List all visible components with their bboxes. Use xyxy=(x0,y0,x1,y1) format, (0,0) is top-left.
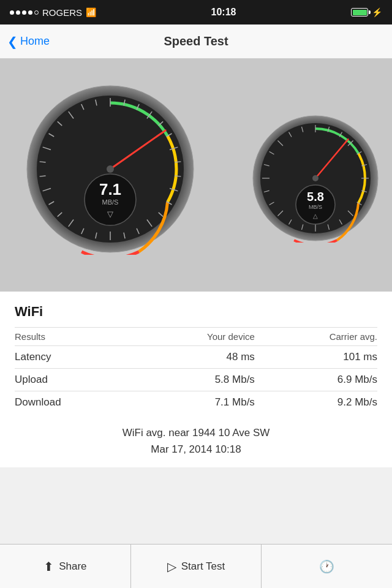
col-header-results: Results xyxy=(15,328,133,346)
cell-device: 7.1 Mb/s xyxy=(133,391,255,414)
table-row: Upload5.8 Mb/s6.9 Mb/s xyxy=(15,369,377,391)
start-label: Start Test xyxy=(181,560,225,573)
download-gauge: 7.1 MB/S ▽ xyxy=(24,83,196,255)
dot-2 xyxy=(16,10,20,15)
status-left: ROGERS 📶 xyxy=(10,7,96,18)
svg-text:△: △ xyxy=(313,213,318,219)
svg-line-10 xyxy=(175,176,181,176)
history-icon: 🕐 xyxy=(319,559,334,574)
network-type-label: WiFi xyxy=(15,304,377,320)
svg-line-9 xyxy=(175,162,181,162)
share-button[interactable]: ⬆ Share xyxy=(0,545,131,588)
table-row: Latency48 ms101 ms xyxy=(15,346,377,369)
share-icon: ⬆ xyxy=(43,559,54,574)
status-right: ⚡ xyxy=(351,7,382,17)
wifi-avg-section: WiFi avg. near 1944 10 Ave SW Mar 17, 20… xyxy=(15,424,377,458)
cell-carrier: 101 ms xyxy=(255,346,377,369)
start-test-button[interactable]: ▷ Start Test xyxy=(131,545,262,588)
cell-carrier: 6.9 Mb/s xyxy=(255,369,377,391)
cell-carrier: 9.2 Mb/s xyxy=(255,391,377,414)
play-icon: ▷ xyxy=(167,559,176,574)
svg-text:MB/S: MB/S xyxy=(309,204,322,210)
col-header-carrier: Carrier avg. xyxy=(255,328,377,346)
battery-icon xyxy=(351,8,368,17)
cell-metric: Latency xyxy=(15,346,133,369)
page-title: Speed Test xyxy=(164,34,228,48)
cell-device: 48 ms xyxy=(133,346,255,369)
back-button[interactable]: ❮ Home xyxy=(7,34,50,49)
battery-fill xyxy=(353,10,367,15)
charge-icon: ⚡ xyxy=(372,7,382,17)
dot-4 xyxy=(28,10,32,15)
svg-line-25 xyxy=(40,162,46,162)
chevron-left-icon: ❮ xyxy=(7,34,18,49)
signal-dots xyxy=(10,10,39,15)
dot-1 xyxy=(10,10,14,15)
svg-text:▽: ▽ xyxy=(107,209,113,219)
carrier-label: ROGERS xyxy=(42,7,82,18)
status-time: 10:18 xyxy=(211,7,236,18)
svg-text:7.1: 7.1 xyxy=(99,180,121,198)
svg-text:MB/S: MB/S xyxy=(102,198,119,206)
toolbar: ⬆ Share ▷ Start Test 🕐 xyxy=(0,544,392,588)
svg-line-24 xyxy=(40,176,46,176)
share-label: Share xyxy=(59,560,86,573)
status-bar: ROGERS 📶 10:18 ⚡ xyxy=(0,0,392,24)
dot-3 xyxy=(22,10,26,15)
dot-5 xyxy=(34,10,39,15)
svg-point-65 xyxy=(312,175,318,181)
gauge-area: 7.1 MB/S ▽ xyxy=(0,59,392,292)
cell-metric: Download xyxy=(15,391,133,414)
upload-gauge: 5.8 MB/S △ xyxy=(251,114,380,243)
history-button[interactable]: 🕐 xyxy=(262,545,392,588)
svg-text:5.8: 5.8 xyxy=(307,190,324,203)
avg-line2: Mar 17, 2014 10:18 xyxy=(15,441,377,458)
results-table: Results Your device Carrier avg. Latency… xyxy=(15,327,377,413)
col-header-device: Your device xyxy=(133,328,255,346)
nav-bar: ❮ Home Speed Test xyxy=(0,24,392,59)
avg-line1: WiFi avg. near 1944 10 Ave SW xyxy=(15,424,377,441)
table-row: Download7.1 Mb/s9.2 Mb/s xyxy=(15,391,377,414)
results-section: WiFi Results Your device Carrier avg. La… xyxy=(0,292,392,467)
table-header-row: Results Your device Carrier avg. xyxy=(15,328,377,346)
svg-point-33 xyxy=(107,165,114,173)
wifi-icon: 📶 xyxy=(86,7,96,17)
back-label: Home xyxy=(20,35,50,48)
cell-metric: Upload xyxy=(15,369,133,391)
cell-device: 5.8 Mb/s xyxy=(133,369,255,391)
